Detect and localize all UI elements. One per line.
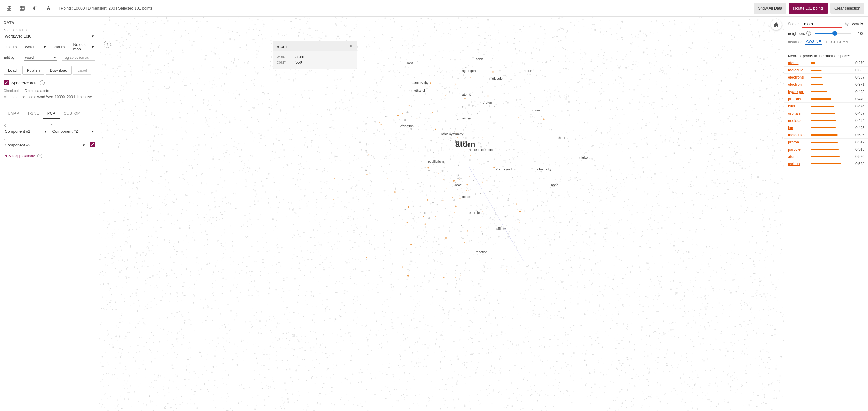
euclidean-option[interactable]: EUCLIDEAN [825,39,849,45]
label-btn[interactable]: Label [73,66,91,75]
tab-pca[interactable]: PCA [43,109,60,118]
nearest-item[interactable]: molecule 0.356 [784,67,868,74]
y-select[interactable]: Component #2 ▾ [51,128,95,135]
tab-tsne[interactable]: T-SNE [23,109,43,118]
z-select[interactable]: Component #3 ▾ [4,142,86,148]
slider-thumb[interactable] [832,31,837,36]
nearest-bar-wrap [811,135,851,136]
bookmark-btn[interactable] [17,3,28,14]
nearest-word[interactable]: nucleus [788,118,808,123]
nearest-word[interactable]: particle [788,147,808,151]
nearest-word[interactable]: atomic [788,154,808,159]
label-toggle-btn[interactable]: A [43,3,54,14]
label-by-value: word [25,45,34,49]
nearest-bar-wrap [811,69,851,71]
z-checkbox[interactable] [90,142,95,147]
nearest-item[interactable]: orbitals 0.487 [784,110,868,117]
scatter-canvas[interactable] [99,17,784,411]
atom-popup-close-icon[interactable]: ✕ [349,43,353,49]
nearest-item[interactable]: molecules 0.506 [784,131,868,139]
nearest-word[interactable]: protons [788,97,808,101]
search-row: Search .* by word ▾ [788,20,864,28]
nearest-bar [811,135,838,136]
search-label: Search [788,22,799,26]
tab-custom[interactable]: CUSTOM [60,109,85,118]
nearest-item[interactable]: proton 0.512 [784,139,868,146]
night-mode-btn[interactable] [30,3,41,14]
tag-selection-input[interactable]: Tag selection as [62,55,95,61]
nearest-item[interactable]: nucleus 0.494 [784,117,868,124]
slider-track [815,33,851,34]
nearest-score: 0.405 [854,90,864,94]
label-by-row: Label by word ▾ Color by No color map ▾ [4,42,95,52]
nearest-item[interactable]: ions 0.474 [784,102,868,110]
nearest-item[interactable]: hydrogen 0.405 [784,88,868,95]
action-buttons: Load Publish Download Label [4,66,95,75]
load-btn[interactable]: Load [4,66,21,75]
sphereize-help-icon[interactable]: ? [40,80,45,85]
color-by-label: Color by [52,45,70,49]
publish-btn[interactable]: Publish [23,66,44,75]
nearest-item[interactable]: protons 0.449 [784,95,868,102]
nearest-word[interactable]: electrons [788,75,808,80]
nearest-bar [811,106,834,107]
nearest-bar-wrap [811,91,851,92]
nearest-word[interactable]: proton [788,140,808,144]
cosine-option[interactable]: COSINE [805,39,822,45]
nearest-item[interactable]: particle 0.515 [784,146,868,153]
nearest-bar-wrap [811,106,851,107]
nearest-item[interactable]: atomic 0.526 [784,153,868,160]
tab-umap[interactable]: UMAP [4,109,23,118]
nearest-word[interactable]: atoms [788,61,808,65]
tensor-select[interactable]: Word2Vec 10K ▾ [4,33,95,39]
clear-selection-btn[interactable]: Clear selection [830,3,864,14]
svg-rect-4 [20,6,24,10]
nearest-item[interactable]: ion 0.495 [784,124,868,131]
atom-popup-header: atom ✕ [273,41,356,51]
visualization-area[interactable]: ? atom ✕ word atom count 550 [99,17,784,411]
sphereize-checkbox[interactable] [4,80,9,86]
color-by-chevron: ▾ [92,45,94,49]
x-chevron: ▾ [44,129,46,134]
home-btn[interactable] [771,19,782,30]
nearest-item[interactable]: atoms 0.279 [784,59,868,67]
nearest-word[interactable]: molecule [788,68,808,72]
search-input[interactable] [802,21,837,27]
neighbors-help-icon[interactable]: ? [806,31,811,36]
nearest-score: 0.487 [854,111,864,116]
points-info: | Points: 10000 | Dimension: 200 | Selec… [56,6,751,10]
nearest-bar [811,62,815,64]
nearest-word[interactable]: hydrogen [788,89,808,94]
nearest-bar [811,156,839,157]
nearest-word[interactable]: molecules [788,133,808,137]
download-btn[interactable]: Download [45,66,72,75]
by-value: word [852,22,861,26]
by-select[interactable]: word ▾ [851,21,864,27]
xy-axis-row: X Component #1 ▾ Y Component #2 ▾ [4,124,95,135]
canvas-help-icon[interactable]: ? [104,41,111,48]
nearest-item[interactable]: electrons 0.357 [784,74,868,81]
neighbors-value: 100 [855,31,864,36]
edit-by-select[interactable]: word ▾ [24,55,57,61]
nearest-item[interactable]: carbon 0.538 [784,160,868,167]
isolate-btn[interactable]: Isolate 101 points [789,3,828,14]
nearest-word[interactable]: electron [788,82,808,87]
nearest-item[interactable]: electron 0.371 [784,81,868,88]
nearest-score: 0.515 [854,147,864,151]
label-by-select[interactable]: word ▾ [24,44,47,50]
nearest-bar [811,163,841,165]
edit-by-chevron: ▾ [54,55,56,60]
show-all-btn[interactable]: Show All Data [754,3,786,14]
select-rect-btn[interactable] [4,3,14,14]
by-chevron: ▾ [861,22,863,26]
x-select[interactable]: Component #1 ▾ [4,128,48,135]
nearest-word[interactable]: orbitals [788,111,808,116]
color-by-select[interactable]: No color map ▾ [72,42,95,52]
nearest-word[interactable]: ion [788,125,808,130]
approx-help-icon[interactable]: ? [37,154,42,158]
z-axis: Z Component #3 ▾ [4,138,86,148]
nearest-word[interactable]: ions [788,104,808,108]
slider-wrap[interactable] [813,33,852,34]
nearest-word[interactable]: carbon [788,162,808,166]
nearest-bar-wrap [811,113,851,114]
